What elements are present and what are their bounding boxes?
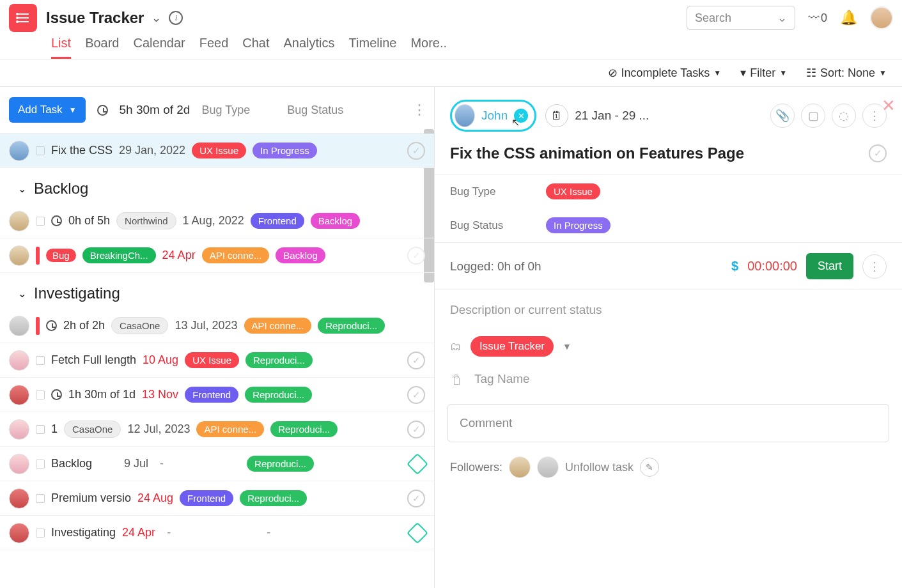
complete-toggle[interactable]: ✓ (407, 247, 425, 265)
complete-toggle[interactable] (407, 453, 428, 475)
task-row[interactable]: 1 CasaOne 12 Jul, 2023 API conne... Repr… (0, 412, 434, 447)
complete-toggle[interactable]: ✓ (407, 421, 425, 438)
caret-down-icon[interactable]: ▼ (563, 341, 572, 352)
remove-assignee-icon[interactable]: ✕ (514, 109, 528, 123)
filter-tasks-label: Incomplete Tasks (621, 66, 710, 80)
dots-icon: ⋮ (869, 109, 880, 123)
avatar (9, 245, 29, 266)
task-detail-pane: John ✕ 🗓 21 Jan - 29 ... 📎 ▢ ◌ ⋮ Fix the… (435, 87, 902, 588)
checkbox[interactable] (36, 217, 45, 226)
title-chevron-icon[interactable]: ⌄ (152, 11, 161, 25)
col-bug-type[interactable]: Bug Type (201, 104, 250, 117)
bug-status-pill: Reproduci... (245, 352, 313, 368)
complete-toggle[interactable]: ✓ (869, 144, 887, 162)
app-icon[interactable] (9, 4, 37, 32)
bug-type-pill: API conne... (244, 318, 312, 334)
add-task-button[interactable]: Add Task ▼ (9, 97, 86, 123)
filter-button[interactable]: ▾ Filter ▼ (740, 66, 787, 80)
attachment-button[interactable]: 📎 (770, 104, 795, 128)
detail-title[interactable]: Fix the CSS animation on Features Page (450, 144, 869, 162)
task-date: 1 Aug, 2022 (183, 214, 244, 228)
app-title: Issue Tracker (46, 9, 144, 27)
task-row[interactable]: Investigating 24 Apr - - (0, 516, 434, 550)
dollar-icon[interactable]: $ (731, 259, 738, 274)
checkbox[interactable] (36, 425, 45, 434)
bug-status-pill[interactable]: In Progress (546, 217, 610, 233)
info-icon[interactable]: i (169, 11, 183, 25)
task-row[interactable]: Bug BreakingCh... 24 Apr API conne... Ba… (0, 238, 434, 273)
filter-tasks[interactable]: ⊘ Incomplete Tasks ▼ (608, 66, 722, 80)
tab-board[interactable]: Board (85, 36, 119, 59)
search-input[interactable]: Search ⌄ (687, 6, 795, 30)
action-button[interactable]: ◌ (832, 104, 856, 128)
avatar (9, 385, 29, 405)
complete-toggle[interactable] (407, 522, 428, 544)
bug-type-pill: UX Issue (192, 143, 246, 159)
svg-point-5 (17, 21, 18, 22)
clock-icon (46, 320, 57, 331)
description-input[interactable]: Description or current status (435, 290, 902, 330)
clock-icon (51, 215, 62, 226)
checkbox[interactable] (36, 529, 45, 538)
checkbox[interactable] (36, 460, 45, 468)
tab-more[interactable]: More.. (410, 36, 447, 59)
square-icon: ▢ (808, 109, 819, 123)
task-row[interactable]: 0h of 5h Northwind 1 Aug, 2022 Frontend … (0, 204, 434, 238)
tracker-pill[interactable]: Issue Tracker (470, 336, 554, 357)
tag-pill: Bug (46, 249, 76, 262)
col-bug-status[interactable]: Bug Status (287, 104, 343, 117)
user-avatar[interactable] (870, 6, 893, 29)
assignee-chip[interactable]: John ✕ (450, 100, 536, 132)
bug-type-pill[interactable]: UX Issue (546, 183, 600, 199)
comment-input[interactable]: Comment (447, 404, 889, 442)
tab-chat[interactable]: Chat (242, 36, 269, 59)
empty-status: - (267, 526, 270, 539)
avatar (9, 419, 29, 440)
checkbox[interactable] (36, 391, 45, 399)
tab-list[interactable]: List (51, 36, 71, 59)
tab-calendar[interactable]: Calendar (134, 36, 185, 59)
date-range[interactable]: 🗓 21 Jan - 29 ... (545, 104, 649, 127)
complete-toggle[interactable]: ✓ (407, 142, 425, 160)
sort-button[interactable]: ☷ Sort: None ▼ (806, 66, 887, 80)
timer-more-button[interactable]: ⋮ (862, 254, 887, 279)
tag-input[interactable]: Tag Name (474, 372, 530, 386)
section-backlog[interactable]: ⌄ Backlog (0, 168, 434, 204)
task-row[interactable]: Backlog 9 Jul - Reproduci... (0, 447, 434, 481)
bug-type-pill: Frontend (185, 387, 238, 403)
task-row[interactable]: Premium versio 24 Aug Frontend Reproduci… (0, 481, 434, 516)
activity-metric[interactable]: 〰 0 (808, 12, 827, 25)
task-row[interactable]: Fix the CSS 29 Jan, 2022 UX Issue In Pro… (0, 134, 434, 168)
date-range-label: 21 Jan - 29 ... (575, 109, 649, 123)
checkbox[interactable] (36, 146, 45, 155)
circle-dashed-icon: ◌ (839, 109, 849, 123)
section-label: Investigating (34, 284, 120, 302)
complete-toggle[interactable]: ✓ (407, 352, 425, 369)
follower-avatar[interactable] (509, 456, 531, 478)
tab-timeline[interactable]: Timeline (349, 36, 397, 59)
task-row[interactable]: 1h 30m of 1d 13 Nov Frontend Reproduci..… (0, 378, 434, 412)
complete-toggle[interactable]: ✓ (407, 386, 425, 404)
tray-icon: 🗂 (450, 340, 462, 353)
close-detail-icon[interactable]: ✕ (882, 96, 896, 116)
add-follower[interactable] (537, 456, 559, 478)
start-timer-button[interactable]: Start (806, 253, 853, 279)
bug-type-pill: API conne... (202, 247, 270, 263)
section-investigating[interactable]: ⌄ Investigating (0, 273, 434, 309)
task-title: Fix the CSS (51, 144, 113, 157)
task-row[interactable]: 2h of 2h CasaOne 13 Jul, 2023 API conne.… (0, 309, 434, 343)
paperclip-icon: 📎 (775, 109, 789, 123)
checkbox[interactable] (36, 356, 45, 365)
complete-toggle[interactable]: ✓ (407, 490, 425, 507)
unfollow-button[interactable]: Unfollow task (565, 461, 634, 474)
caret-down-icon: ▼ (713, 68, 721, 77)
bell-icon[interactable]: 🔔 (840, 10, 857, 26)
task-row[interactable]: Fetch Full length 10 Aug UX Issue Reprod… (0, 343, 434, 378)
tab-analytics[interactable]: Analytics (284, 36, 335, 59)
tab-feed[interactable]: Feed (199, 36, 229, 59)
more-icon[interactable]: ⋮ (412, 102, 425, 118)
action-button[interactable]: ▢ (801, 104, 825, 128)
edit-followers-button[interactable]: ✎ (640, 458, 659, 477)
checkbox[interactable] (36, 494, 45, 503)
calendar-icon: 🗓 (545, 104, 568, 127)
